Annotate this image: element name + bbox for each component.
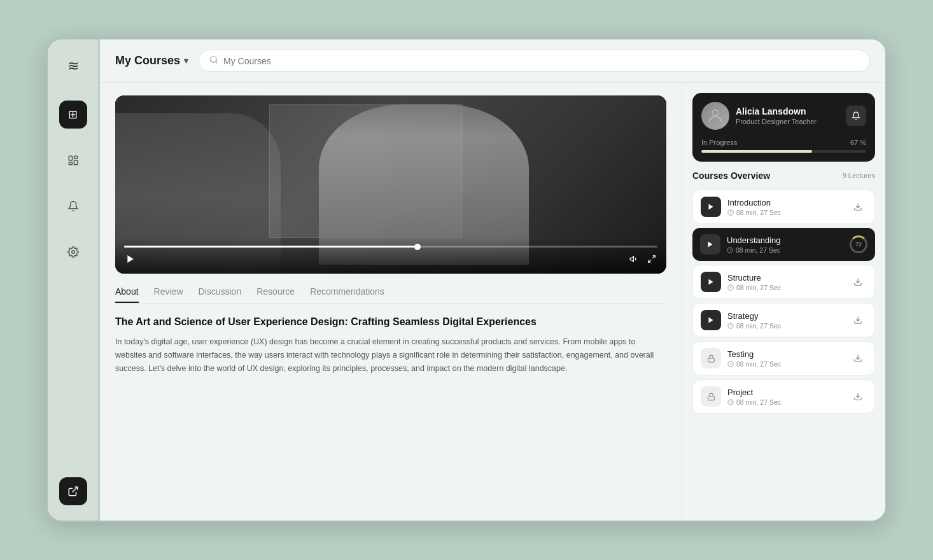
lecture-title-strategy: Strategy [727, 311, 843, 321]
lecture-title-introduction: Introduction [727, 198, 843, 207]
download-icon-strategy[interactable] [849, 311, 867, 329]
video-progress-fill [124, 246, 417, 248]
video-progress-track[interactable] [124, 246, 657, 248]
main-content: My Courses ▾ [100, 39, 885, 521]
svg-rect-2 [74, 160, 77, 165]
lecture-item-strategy[interactable]: Strategy 08 min, 27 Sec [692, 303, 875, 337]
svg-marker-7 [630, 256, 633, 262]
progress-section: In Progress 67 % [701, 139, 866, 153]
instructor-top: Alicia Lansdown Product Designer Teacher [701, 102, 866, 130]
download-icon-project[interactable] [849, 388, 867, 405]
play-icon-understanding [700, 234, 720, 255]
my-courses-dropdown[interactable]: My Courses ▾ [115, 54, 188, 67]
lock-icon-project [701, 386, 721, 407]
main-panel: About Review Discussion Resource Recomme… [100, 83, 682, 521]
tabs-row: About Review Discussion Resource Recomme… [115, 286, 666, 304]
play-icon-structure [701, 272, 721, 292]
play-button[interactable] [124, 253, 137, 267]
courses-overview-title: Courses Overview [692, 171, 770, 181]
lecture-title-testing: Testing [727, 349, 843, 359]
lecture-meta-project: 08 min, 27 Sec [727, 398, 843, 406]
lecture-info-project: Project 08 min, 27 Sec [727, 388, 843, 406]
courses-overview-header: Courses Overview 9 Lectures [692, 171, 875, 181]
svg-point-4 [71, 251, 74, 254]
lecture-meta-strategy: 08 min, 27 Sec [727, 322, 843, 330]
tab-about[interactable]: About [115, 286, 139, 303]
progress-track [701, 150, 866, 153]
download-icon-structure[interactable] [849, 273, 867, 291]
article-title: The Art and Science of User Experience D… [115, 315, 666, 329]
video-controls [115, 238, 666, 274]
download-icon-testing[interactable] [849, 349, 867, 367]
progress-fill [701, 150, 812, 153]
progress-percent: 67 % [850, 139, 866, 146]
lecture-title-project: Project [727, 388, 843, 397]
sidebar-item-external[interactable] [59, 477, 87, 505]
app-container: ≋ ⊞ My Courses ▾ [46, 38, 887, 522]
search-icon [209, 55, 218, 66]
lecture-title-structure: Structure [727, 273, 843, 283]
svg-line-8 [652, 256, 655, 258]
svg-line-9 [649, 260, 651, 262]
lecture-item-testing[interactable]: Testing 08 min, 27 Sec [692, 341, 875, 375]
lectures-count: 9 Lectures [843, 172, 875, 179]
avatar [701, 102, 729, 130]
content-area: About Review Discussion Resource Recomme… [100, 83, 885, 521]
svg-rect-3 [69, 162, 72, 165]
lecture-meta-introduction: 08 min, 27 Sec [727, 209, 843, 216]
lock-icon-testing [701, 348, 721, 368]
instructor-role: Product Designer Teacher [736, 118, 839, 125]
sidebar-item-library[interactable] [59, 146, 87, 174]
lecture-info-strategy: Strategy 08 min, 27 Sec [727, 311, 843, 330]
lecture-title-understanding: Understanding [727, 235, 843, 245]
top-bar: My Courses ▾ [100, 39, 885, 83]
lecture-item-understanding[interactable]: Understanding 08 min, 27 Sec 72 [692, 228, 875, 261]
lecture-info-structure: Structure 08 min, 27 Sec [727, 273, 843, 291]
chevron-down-icon: ▾ [184, 56, 188, 66]
progress-label: In Progress [701, 139, 737, 146]
logo: ≋ [62, 55, 85, 78]
instructor-name: Alicia Lansdown [736, 106, 839, 116]
lecture-info-understanding: Understanding 08 min, 27 Sec [727, 235, 843, 254]
svg-marker-14 [708, 242, 713, 248]
tab-review[interactable]: Review [154, 286, 183, 303]
tab-recommendations[interactable]: Recommendations [310, 286, 384, 303]
article-body: In today's digital age, user experience … [115, 335, 666, 375]
sidebar-item-dashboard[interactable]: ⊞ [59, 101, 87, 129]
lecture-list: Introduction 08 min, 27 Sec [692, 190, 875, 414]
lecture-item-introduction[interactable]: Introduction 08 min, 27 Sec [692, 190, 875, 224]
instructor-card: Alicia Lansdown Product Designer Teacher… [692, 93, 875, 162]
play-icon-introduction [701, 197, 721, 217]
sidebar-item-notifications[interactable] [59, 192, 87, 220]
lecture-meta-testing: 08 min, 27 Sec [727, 360, 843, 368]
svg-rect-22 [708, 358, 714, 361]
lecture-meta-understanding: 08 min, 27 Sec [727, 246, 843, 254]
video-player[interactable] [115, 95, 666, 274]
tab-discussion[interactable]: Discussion [199, 286, 242, 303]
svg-rect-1 [74, 156, 77, 158]
play-icon-strategy [701, 310, 721, 330]
controls-row [124, 253, 657, 267]
notification-button[interactable] [846, 106, 866, 126]
progress-label-row: In Progress 67 % [701, 139, 866, 146]
download-icon-introduction[interactable] [849, 198, 867, 216]
sidebar: ≋ ⊞ [48, 39, 99, 521]
tab-resource[interactable]: Resource [256, 286, 295, 303]
svg-rect-25 [708, 396, 714, 400]
fullscreen-button[interactable] [646, 253, 657, 267]
svg-marker-16 [709, 279, 713, 285]
svg-point-10 [712, 110, 718, 116]
svg-marker-6 [127, 255, 133, 263]
lecture-item-structure[interactable]: Structure 08 min, 27 Sec [692, 265, 875, 299]
sidebar-item-settings[interactable] [59, 238, 87, 266]
lecture-item-project[interactable]: Project 08 min, 27 Sec [692, 379, 875, 414]
progress-dot [414, 244, 421, 250]
search-input[interactable] [223, 56, 859, 66]
lecture-meta-structure: 08 min, 27 Sec [727, 284, 843, 291]
spinner-icon-understanding: 72 [850, 235, 867, 253]
lecture-info-introduction: Introduction 08 min, 27 Sec [727, 198, 843, 216]
article-section: The Art and Science of User Experience D… [115, 315, 666, 375]
right-panel: Alicia Lansdown Product Designer Teacher… [682, 83, 885, 521]
svg-marker-11 [709, 204, 713, 210]
volume-button[interactable] [628, 253, 640, 267]
